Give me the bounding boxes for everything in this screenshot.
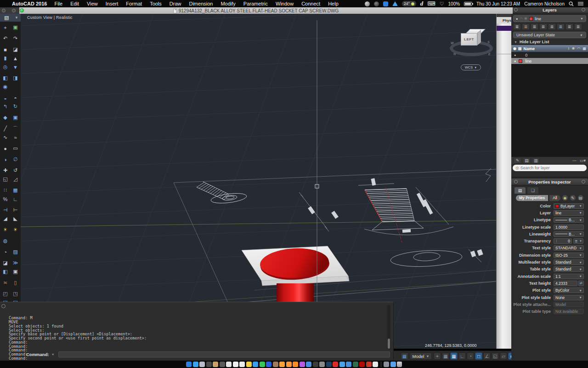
toolbar-button[interactable]: ▣: [11, 23, 21, 32]
menu-item[interactable]: Help: [328, 1, 339, 6]
toolbar-button[interactable]: ≈: [11, 133, 21, 142]
dock-box[interactable]: [273, 362, 278, 367]
dimension-style-dropdown[interactable]: ISO-25▼: [554, 253, 584, 258]
sort-icon[interactable]: ↕: [568, 46, 570, 51]
properties-header[interactable]: Properties Inspector: [511, 178, 588, 185]
toolbar-button[interactable]: ◪: [0, 259, 11, 267]
osnap3d-toggle[interactable]: ◱: [492, 352, 499, 360]
dock-safari[interactable]: [193, 362, 198, 367]
screw-3d-render[interactable]: [242, 246, 349, 305]
new-group-filter-button[interactable]: ▤: [523, 157, 531, 164]
dyn-input-toggle[interactable]: ▱: [500, 352, 507, 360]
thaw-layer-icon[interactable]: ≣: [557, 23, 565, 30]
toolbar-button[interactable]: ◍: [0, 236, 11, 245]
dock-notes[interactable]: [213, 362, 218, 367]
toolbar-button[interactable]: ◢: [0, 214, 11, 223]
lock-layer-icon[interactable]: ≣: [574, 23, 582, 30]
workspace-icon[interactable]: ▦: [401, 352, 408, 360]
layers-palette-header[interactable]: Layers: [511, 6, 588, 13]
toolbar-button[interactable]: ∟: [11, 195, 21, 203]
toolbar-button[interactable]: ≍: [0, 278, 11, 287]
background-window-sliver[interactable]: Phys: [496, 14, 511, 349]
my-properties-segment[interactable]: My Properties: [516, 195, 548, 201]
dock-bridge[interactable]: [313, 362, 318, 367]
toolbar-button[interactable]: ☀: [0, 225, 11, 234]
color-dropdown[interactable]: ByLayer▼: [554, 203, 584, 209]
current-layer-dropdown[interactable]: ● ◠ ❄ line ▼: [513, 15, 586, 22]
menu-clock[interactable]: Thu 30 Jun 12:23 AM: [476, 1, 520, 6]
loading-status-icon[interactable]: [365, 1, 370, 6]
toolbar-button[interactable]: ■: [0, 45, 11, 54]
name-column-header[interactable]: Name: [524, 46, 535, 51]
new-layer-button[interactable]: ✎: [514, 157, 521, 164]
osnap-toggle[interactable]: □: [475, 352, 482, 360]
toolbar-button[interactable]: ▮: [0, 54, 11, 63]
dock-sketch[interactable]: [339, 362, 345, 367]
unlock-layer-icon[interactable]: ≣: [565, 23, 573, 30]
dock-vlc-red[interactable]: [333, 362, 338, 367]
toolbar-button[interactable]: ∅: [11, 155, 21, 164]
keyboard-icon[interactable]: ⌨: [427, 0, 435, 7]
layer-search-input[interactable]: [520, 166, 576, 170]
dock-textedit[interactable]: [239, 362, 245, 367]
palette-close-icon[interactable]: [514, 180, 518, 184]
tab-properties[interactable]: ▤: [514, 187, 526, 194]
palette-close-icon[interactable]: [2, 9, 6, 12]
toolbar-button[interactable]: ◒: [0, 93, 11, 102]
linetype-scale-input[interactable]: 1.0000: [554, 224, 584, 230]
panel-options-icon[interactable]: ▭▾: [580, 158, 586, 163]
toolbar-button[interactable]: ◓: [11, 93, 21, 102]
remove-icon[interactable]: —: [572, 158, 577, 163]
freeze-column-icon[interactable]: ❄: [572, 46, 575, 51]
toolbar-button[interactable]: ↶: [0, 34, 11, 43]
transparency-dropdown[interactable]: ≣▼: [573, 238, 583, 244]
new-layer-icon[interactable]: ≣: [513, 23, 521, 30]
toolbar-button[interactable]: ▦: [11, 186, 21, 195]
heart-icon[interactable]: ♡: [440, 1, 444, 7]
menu-item[interactable]: Tools: [150, 1, 162, 6]
edit-properties-button[interactable]: ✎: [570, 195, 576, 201]
toolbar-button[interactable]: ◎: [0, 63, 11, 71]
app-name[interactable]: AutoCAD 2016: [12, 1, 47, 6]
wcs-dropdown[interactable]: WCS▼: [461, 64, 481, 70]
dock-music[interactable]: [300, 362, 305, 367]
dock-finder[interactable]: [186, 362, 192, 367]
copy-properties-button[interactable]: ▤: [577, 195, 584, 201]
compass-south-label[interactable]: S: [487, 40, 490, 44]
battery-icon[interactable]: [464, 2, 472, 6]
palette-collapse-icon[interactable]: [582, 8, 585, 12]
drive-icon[interactable]: [392, 1, 398, 6]
plot-style-table-dropdown[interactable]: None▼: [554, 295, 584, 300]
ortho-toggle[interactable]: ∟: [458, 352, 466, 360]
dock-messages[interactable]: [253, 362, 258, 367]
grid-toggle[interactable]: ▦: [450, 352, 458, 360]
dock-keynote[interactable]: [286, 362, 292, 367]
toolbar-button[interactable]: ▲: [11, 54, 21, 63]
toolbar-button[interactable]: ☀: [11, 225, 21, 234]
linetype-dropdown[interactable]: B...▼: [554, 217, 584, 223]
menu-item[interactable]: Insert: [106, 1, 119, 6]
toolbar-button[interactable]: ⊢: [11, 206, 21, 214]
grid-paper-toggle[interactable]: ▦: [442, 352, 449, 360]
lineweight-dropdown[interactable]: B...▼: [554, 231, 584, 237]
polar-toggle[interactable]: ◔: [467, 352, 474, 360]
dock-pages[interactable]: [233, 362, 238, 367]
plot-column-icon[interactable]: ▦: [582, 46, 586, 51]
app-status-icon[interactable]: [374, 1, 379, 6]
dock-photos[interactable]: [199, 362, 205, 367]
dock-gray-app[interactable]: [319, 362, 325, 367]
menu-item[interactable]: Window: [276, 1, 294, 6]
toolbar-button[interactable]: ≫: [11, 259, 21, 267]
dock-maps[interactable]: [306, 362, 311, 367]
palette-collapse-icon[interactable]: [582, 180, 585, 184]
compass-east-label[interactable]: E: [488, 52, 491, 56]
dock-pinwheel[interactable]: [246, 362, 252, 367]
tab-layers[interactable]: ❏: [527, 187, 539, 194]
compass-north-label[interactable]: N: [453, 52, 456, 56]
dock-acrobat[interactable]: [359, 362, 365, 367]
table-style-dropdown[interactable]: Standard▼: [554, 266, 584, 272]
toolbar-button[interactable]: ◣: [11, 214, 21, 223]
dock-appstore[interactable]: [266, 362, 271, 367]
toolbar-button[interactable]: ↺: [11, 166, 21, 175]
annotation-scale-dropdown[interactable]: 1:1▼: [554, 274, 584, 279]
